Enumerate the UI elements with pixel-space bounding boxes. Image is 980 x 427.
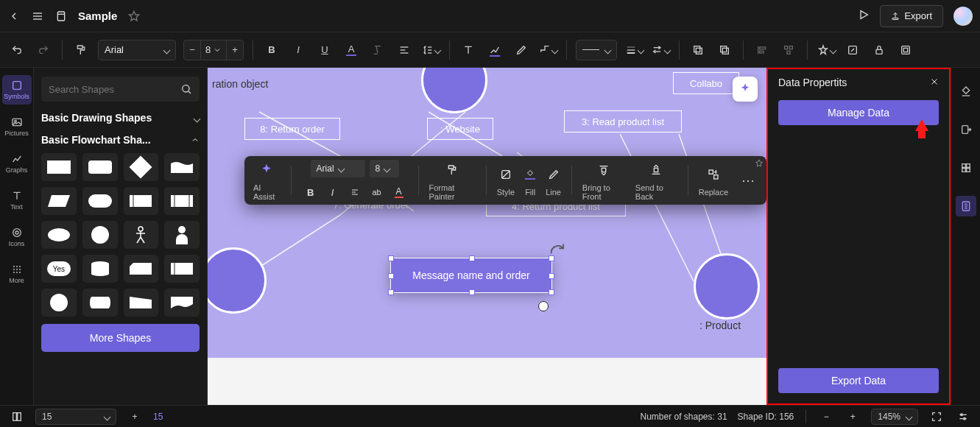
canvas[interactable]: ration object Collabo 8: Return order : …: [208, 68, 766, 405]
rr-data-icon[interactable]: [956, 196, 976, 216]
shape-cylinder[interactable]: [82, 255, 118, 283]
rr-export-icon[interactable]: [956, 119, 976, 140]
shape-stored[interactable]: [164, 255, 200, 283]
sb-zoom-select[interactable]: 145%: [871, 409, 918, 425]
section-basic-drawing[interactable]: Basic Drawing Shapes: [41, 112, 200, 124]
export-data-button[interactable]: Export Data: [778, 368, 939, 393]
more-shapes-button[interactable]: More Shapes: [41, 324, 200, 352]
rail-graphs[interactable]: Graphs: [2, 149, 32, 178]
layer-front-button[interactable]: [688, 40, 708, 60]
handle-nw[interactable]: [388, 255, 394, 261]
handle-se[interactable]: [549, 289, 554, 295]
search-shapes-wrap[interactable]: [41, 77, 200, 102]
fb-fill[interactable]: Fill: [525, 164, 535, 197]
shape-stadium[interactable]: [82, 187, 118, 215]
undo-button[interactable]: [7, 40, 27, 60]
fb-replace[interactable]: Replace: [699, 164, 728, 197]
shape-roundrect[interactable]: [82, 153, 118, 181]
shape-predefined[interactable]: [124, 187, 159, 215]
fb-line[interactable]: Line: [546, 164, 561, 197]
shape-diamond[interactable]: [124, 153, 159, 181]
shape-actor[interactable]: [124, 221, 159, 249]
avatar[interactable]: [953, 7, 973, 26]
shape-manual[interactable]: [124, 289, 159, 317]
shape-predefined2[interactable]: [164, 187, 200, 215]
fb-fontcolor[interactable]: A: [390, 183, 408, 201]
sb-zoom-out[interactable]: −: [818, 409, 834, 425]
effects-button[interactable]: [817, 40, 836, 60]
bold-button[interactable]: B: [262, 40, 281, 60]
rail-more[interactable]: More: [2, 259, 32, 289]
connector-button[interactable]: [538, 40, 557, 60]
fb-size-select[interactable]: 8: [370, 160, 399, 177]
selected-shape[interactable]: Message name and order ▲: [390, 258, 552, 293]
menu-icon[interactable]: [31, 10, 44, 23]
canvas-box-return-order[interactable]: 8: Return order: [244, 118, 340, 140]
pin-icon[interactable]: [755, 159, 764, 168]
font-size-stepper[interactable]: − 8 +: [183, 40, 244, 60]
handle-sw[interactable]: [388, 289, 394, 295]
distribute-button[interactable]: [779, 40, 798, 60]
handle-e[interactable]: [549, 273, 554, 279]
align-button[interactable]: [395, 40, 414, 60]
rr-fill-icon[interactable]: [956, 81, 976, 102]
insert-text-button[interactable]: [459, 40, 478, 60]
shape-circle[interactable]: [82, 221, 118, 249]
container-button[interactable]: [896, 40, 915, 60]
underline-button[interactable]: U: [315, 40, 334, 60]
sb-add-page-button[interactable]: +: [127, 409, 143, 425]
star-icon[interactable]: [127, 10, 141, 23]
document-title[interactable]: Sample: [78, 10, 117, 22]
pen-button[interactable]: [512, 40, 531, 60]
font-family-select[interactable]: Arial: [98, 40, 176, 60]
shape-circle2[interactable]: [41, 289, 77, 317]
fb-italic[interactable]: I: [324, 183, 342, 201]
font-size-increase[interactable]: +: [226, 40, 244, 60]
format-painter-icon[interactable]: [71, 40, 91, 60]
document-icon[interactable]: [54, 10, 68, 23]
clear-format-button[interactable]: [368, 40, 387, 60]
fb-style[interactable]: Style: [497, 164, 515, 197]
fb-font-select[interactable]: Arial: [311, 160, 365, 177]
floating-toolbar[interactable]: AI Assist Arial 8 B I ab A Forma: [244, 156, 766, 205]
sb-page-layout-icon[interactable]: [9, 409, 25, 425]
fb-ai-assist[interactable]: AI Assist: [253, 160, 281, 201]
fb-format-painter[interactable]: Format Painter: [429, 160, 475, 201]
sb-page-select[interactable]: 15: [35, 409, 116, 425]
fb-align[interactable]: [346, 183, 364, 201]
font-size-decrease[interactable]: −: [183, 40, 201, 60]
shape-rect[interactable]: [41, 153, 77, 181]
italic-button[interactable]: I: [289, 40, 308, 60]
rr-grid-icon[interactable]: [956, 158, 976, 178]
search-input[interactable]: [49, 84, 180, 95]
shape-yes[interactable]: Yes: [41, 255, 77, 283]
rail-pictures[interactable]: Pictures: [2, 112, 32, 141]
layer-back-button[interactable]: [715, 40, 734, 60]
fb-bring-front[interactable]: Bring to Front: [582, 160, 625, 201]
lock-button[interactable]: [870, 40, 889, 60]
fb-textcase[interactable]: ab: [368, 183, 386, 201]
highlight-button[interactable]: [485, 40, 504, 60]
font-color-button[interactable]: A: [342, 40, 361, 60]
canvas-box-website[interactable]: : Website: [427, 118, 493, 140]
play-button[interactable]: [858, 9, 870, 24]
shape-cylinder-h[interactable]: [82, 289, 118, 317]
handle-n[interactable]: [469, 255, 475, 261]
shape-person[interactable]: [164, 221, 200, 249]
fb-bold[interactable]: B: [302, 183, 320, 201]
sb-zoom-in[interactable]: +: [845, 409, 861, 425]
redo-button[interactable]: [34, 40, 53, 60]
ai-badge[interactable]: [733, 77, 758, 102]
line-style-select[interactable]: [576, 40, 617, 60]
canvas-box-collab-right[interactable]: Collabo: [673, 72, 739, 94]
canvas-circle-3[interactable]: [694, 253, 760, 320]
line-weight-button[interactable]: [624, 40, 644, 60]
sb-settings-toggle-icon[interactable]: [955, 409, 971, 425]
rail-text[interactable]: Text: [2, 186, 32, 215]
shape-wave[interactable]: [164, 153, 200, 181]
section-basic-flowchart[interactable]: Basic Flowchart Sha...: [41, 134, 200, 146]
align-objects-button[interactable]: [752, 40, 772, 60]
rail-symbols[interactable]: Symbols: [2, 75, 32, 105]
canvas-box-read-product[interactable]: 3: Read product list: [564, 110, 682, 133]
shape-display[interactable]: [164, 289, 200, 317]
